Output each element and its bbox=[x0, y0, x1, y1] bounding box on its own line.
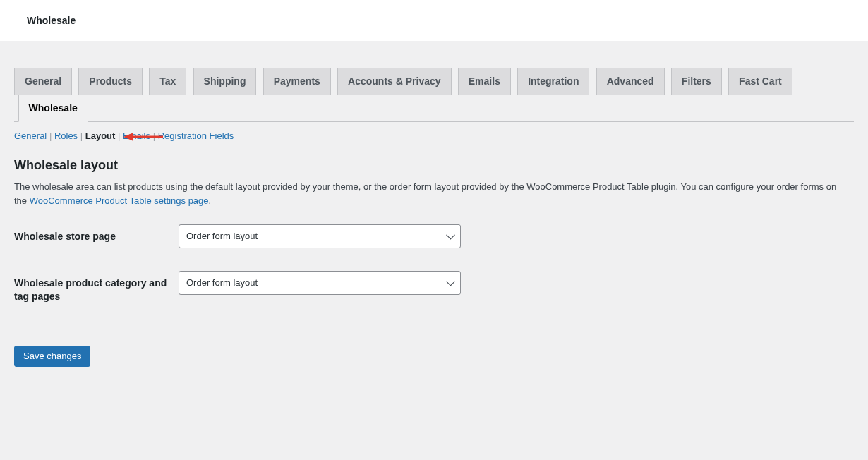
tab-wholesale[interactable]: Wholesale bbox=[18, 95, 88, 122]
desc-settings-link[interactable]: WooCommerce Product Table settings page bbox=[30, 195, 209, 206]
desc-text-suffix: . bbox=[209, 195, 212, 206]
section-description: The wholesale area can list products usi… bbox=[14, 180, 847, 210]
content-wrap: General Products Tax Shipping Payments A… bbox=[0, 41, 868, 381]
field-label-wholesale-store-page: Wholesale store page bbox=[14, 224, 179, 243]
subsubnav: General | Roles | Layout | Emails | Regi… bbox=[14, 131, 854, 141]
tab-payments[interactable]: Payments bbox=[263, 68, 331, 95]
field-row-wholesale-category-tag: Wholesale product category and tag pages… bbox=[14, 271, 854, 303]
tab-general[interactable]: General bbox=[14, 68, 72, 95]
tab-fast-cart[interactable]: Fast Cart bbox=[728, 68, 792, 95]
tab-products[interactable]: Products bbox=[78, 68, 143, 95]
subsub-layout[interactable]: Layout bbox=[85, 131, 116, 141]
field-row-wholesale-store-page: Wholesale store page Order form layout bbox=[14, 224, 854, 248]
tab-advanced[interactable]: Advanced bbox=[596, 68, 665, 95]
subsub-registration-fields[interactable]: Registration Fields bbox=[158, 131, 234, 141]
select-wrap: Order form layout bbox=[179, 224, 461, 248]
subsub-separator: | bbox=[80, 131, 85, 141]
wholesale-category-tag-select[interactable]: Order form layout bbox=[179, 271, 461, 295]
tab-filters[interactable]: Filters bbox=[671, 68, 722, 95]
select-wrap: Order form layout bbox=[179, 271, 461, 295]
topbar: Wholesale bbox=[0, 0, 868, 41]
tab-tax[interactable]: Tax bbox=[149, 68, 186, 95]
tab-bar: General Products Tax Shipping Payments A… bbox=[14, 41, 854, 122]
wholesale-store-page-select[interactable]: Order form layout bbox=[179, 224, 461, 248]
subsub-separator: | bbox=[49, 131, 54, 141]
tab-integration[interactable]: Integration bbox=[517, 68, 589, 95]
save-changes-button[interactable]: Save changes bbox=[14, 346, 90, 367]
page-title: Wholesale bbox=[27, 15, 76, 26]
subsub-separator: | bbox=[153, 131, 158, 141]
subsub-emails[interactable]: Emails bbox=[123, 131, 150, 141]
subsub-roles[interactable]: Roles bbox=[54, 131, 78, 141]
subsub-general[interactable]: General bbox=[14, 131, 47, 141]
field-label-wholesale-category-tag: Wholesale product category and tag pages bbox=[14, 271, 179, 303]
tab-shipping[interactable]: Shipping bbox=[193, 68, 257, 95]
tab-emails[interactable]: Emails bbox=[458, 68, 511, 95]
subsub-separator: | bbox=[118, 131, 123, 141]
tab-accounts-privacy[interactable]: Accounts & Privacy bbox=[337, 68, 452, 95]
section-title: Wholesale layout bbox=[14, 158, 854, 173]
